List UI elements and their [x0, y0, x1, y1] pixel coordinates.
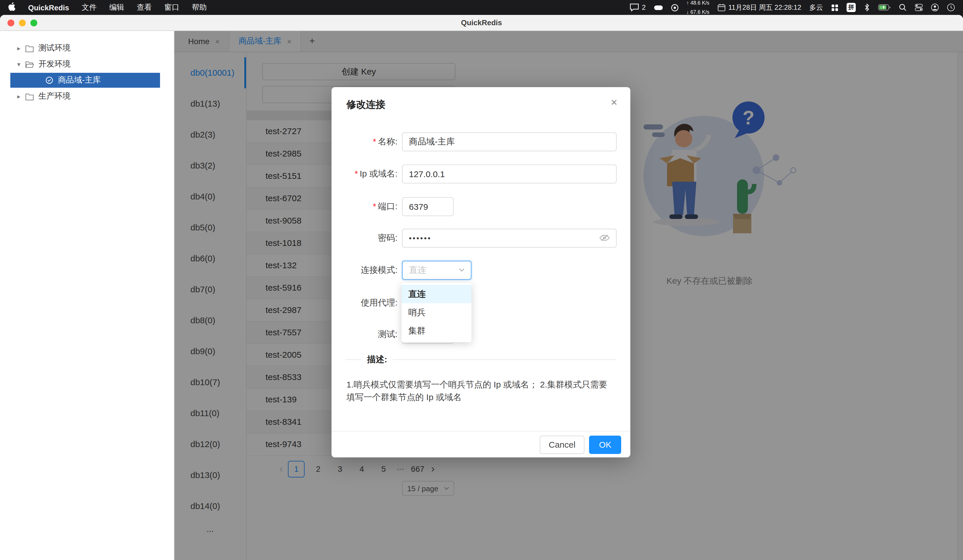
menubar-status-area: 2 ↑ 48.6 K/s ↓ 67.6 K/s 11月28日 周五 22:28:… [630, 0, 955, 15]
screen: QuickRedis 文件编辑查看窗口帮助 2 ↑ 48.6 K/s ↓ 67.… [0, 0, 963, 560]
edit-connection-modal: 修改连接 ✕ *名称: 商品域-主库 *Ip 或域名: 127.0.0.1 *端… [332, 87, 630, 457]
menu-bar: QuickRedis 文件编辑查看窗口帮助 2 ↑ 48.6 K/s ↓ 67.… [0, 0, 963, 15]
apple-logo-icon[interactable] [8, 2, 16, 13]
form-row-port: *端口: 6379 [345, 197, 616, 216]
window-titlebar: QuickRedis [0, 15, 963, 31]
minimize-window-button[interactable] [19, 19, 26, 26]
name-label: *名称: [345, 136, 397, 147]
sidebar-item-test-env[interactable]: ▸ 测试环境 [0, 40, 174, 56]
required-mark: * [373, 136, 376, 146]
test-label: 测试: [345, 329, 397, 340]
sidebar-item-dev-env[interactable]: ▾ 开发环境 [0, 56, 174, 72]
menubar-app-name[interactable]: QuickRedis [28, 3, 69, 12]
clock-icon[interactable] [947, 3, 955, 11]
mode-value: 直连 [409, 264, 426, 275]
name-field[interactable]: 商品域-主库 [402, 132, 616, 151]
password-label: 密码: [345, 232, 397, 243]
mode-option[interactable]: 集群 [402, 322, 472, 340]
bluetooth-icon[interactable] [864, 3, 870, 11]
chat-status-item[interactable]: 2 [630, 3, 645, 11]
eye-invisible-icon[interactable] [599, 235, 610, 241]
sidebar-item-connection-selected[interactable]: 商品域-主库 [10, 73, 160, 88]
app-status-icon[interactable] [671, 4, 679, 11]
connection-mode-select[interactable]: 直连 [402, 261, 472, 279]
open-folder-icon [25, 60, 34, 68]
form-row-test: 测试: [345, 324, 616, 344]
modal-close-icon[interactable]: ✕ [611, 97, 618, 108]
menu-item[interactable]: 编辑 [109, 2, 124, 13]
traffic-lights [8, 19, 37, 26]
weather-widget[interactable]: 多云 [809, 3, 823, 12]
mode-dropdown: 直连哨兵集群 [402, 283, 472, 342]
modal-title: 修改连接 [347, 98, 386, 111]
tree-label: 测试环境 [39, 43, 71, 53]
form-row-ip: *Ip 或域名: 127.0.0.1 [345, 164, 616, 183]
up-arrow-icon: ↑ [687, 0, 689, 5]
description-divider: 描述: [345, 354, 616, 365]
datetime-widget[interactable]: 11月28日 周五 22:28:12 [718, 3, 801, 12]
battery-icon[interactable] [878, 4, 891, 11]
chevron-down-icon [459, 268, 465, 272]
net-down-speed: 67.6 K/s [691, 9, 710, 15]
sidebar-item-prod-env[interactable]: ▸ 生产环境 [0, 88, 174, 104]
ip-field[interactable]: 127.0.0.1 [402, 164, 616, 183]
modal-footer: Cancel OK [332, 431, 630, 457]
zoom-window-button[interactable] [31, 19, 37, 26]
ok-button[interactable]: OK [589, 435, 621, 454]
mode-option[interactable]: 哨兵 [402, 303, 472, 322]
close-window-button[interactable] [8, 19, 15, 26]
form-row-name: *名称: 商品域-主库 [345, 132, 616, 151]
folder-icon [25, 44, 34, 52]
menubar-datetime: 11月28日 周五 22:28:12 [728, 3, 801, 12]
window-title: QuickRedis [461, 18, 502, 27]
required-mark: * [373, 201, 376, 210]
form-row-password: 密码: •••••• [345, 228, 616, 248]
tree-label: 生产环境 [39, 91, 71, 102]
folder-icon [25, 92, 34, 100]
net-up-speed: 48.6 K/s [691, 0, 710, 5]
grid-icon[interactable] [831, 4, 838, 11]
menu-item[interactable]: 窗口 [164, 2, 179, 13]
user-icon[interactable] [931, 3, 939, 11]
menu-item[interactable]: 帮助 [192, 2, 207, 13]
form-row-proxy: 使用代理: [345, 293, 616, 312]
search-icon[interactable] [899, 3, 907, 11]
mode-option[interactable]: 直连 [402, 285, 472, 303]
connection-sidebar: ▸ 测试环境 ▾ 开发环境 商品域-主库 ▸ 生产环境 [0, 31, 174, 560]
form-row-mode: 连接模式: 直连 [345, 260, 616, 280]
ip-label: *Ip 或域名: [345, 168, 397, 179]
port-field[interactable]: 6379 [402, 197, 454, 216]
chat-bubble-icon [630, 3, 639, 11]
down-arrow-icon: ↓ [687, 9, 689, 15]
caret-right-icon[interactable]: ▸ [17, 44, 25, 52]
menu-item[interactable]: 文件 [82, 2, 97, 13]
network-speed-widget[interactable]: ↑ 48.6 K/s ↓ 67.6 K/s [687, 0, 710, 15]
check-circle-icon [45, 76, 54, 84]
calendar-icon [718, 3, 726, 11]
caret-right-icon[interactable]: ▸ [17, 92, 25, 100]
menubar-menus: 文件编辑查看窗口帮助 [82, 2, 207, 13]
caret-down-icon[interactable]: ▾ [17, 60, 25, 68]
control-center-icon[interactable] [915, 3, 923, 11]
chat-count: 2 [642, 3, 645, 11]
menu-item[interactable]: 查看 [137, 2, 152, 13]
required-mark: * [355, 168, 358, 178]
mode-label: 连接模式: [345, 264, 397, 275]
description-text: 1.哨兵模式仅需要填写一个哨兵节点的 Ip 或域名； 2.集群模式只需要填写一个… [347, 378, 615, 403]
pill-widget-icon[interactable] [654, 5, 663, 10]
password-field[interactable]: •••••• [402, 228, 616, 247]
proxy-label: 使用代理: [345, 297, 397, 308]
input-method-icon[interactable]: 拼 [846, 3, 856, 12]
cancel-button[interactable]: Cancel [540, 435, 584, 454]
port-label: *端口: [345, 201, 397, 212]
tree-label: 商品域-主库 [58, 75, 101, 86]
tree-label: 开发环境 [39, 59, 71, 70]
